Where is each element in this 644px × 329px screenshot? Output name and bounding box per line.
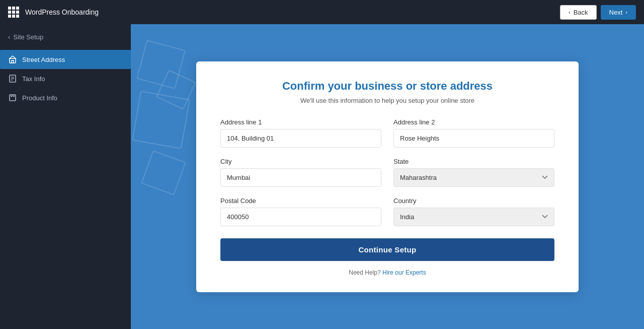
state-select[interactable]: Maharashtra Delhi Gujarat Karnataka <box>393 168 554 187</box>
chevron-left-icon: ‹ <box>569 9 571 15</box>
country-select[interactable]: India United States United Kingdom Austr… <box>393 208 554 226</box>
topbar-nav: ‹ Back Next › <box>560 5 636 20</box>
form-subtitle: We'll use this information to help you s… <box>220 97 554 104</box>
next-button[interactable]: Next › <box>601 5 636 20</box>
address2-label: Address line 2 <box>393 118 554 126</box>
sidebar-item-product-info[interactable]: Product Info <box>0 88 131 107</box>
state-label: State <box>393 158 554 165</box>
postal-label: Postal Code <box>220 197 381 205</box>
postal-group: Postal Code <box>220 197 381 226</box>
postal-input[interactable] <box>220 208 381 226</box>
country-label: Country <box>393 197 554 205</box>
sidebar-back-link[interactable]: ‹ Site Setup <box>0 28 131 46</box>
form-card: Confirm your business or store address W… <box>196 61 579 292</box>
country-group: Country India United States United Kingd… <box>393 197 554 226</box>
address1-input[interactable] <box>220 129 381 148</box>
app-title: WordPress Onboarding <box>25 8 99 16</box>
back-button[interactable]: ‹ Back <box>560 5 597 20</box>
grid-icon[interactable] <box>8 7 19 18</box>
help-text-label: Need Help? <box>349 269 380 276</box>
product-info-icon <box>8 93 17 102</box>
tax-info-icon <box>8 74 17 83</box>
chevron-right-icon: › <box>625 9 627 15</box>
continue-setup-button[interactable]: Continue Setup <box>220 238 554 261</box>
sidebar-item-street-address[interactable]: Street Address <box>0 50 131 69</box>
sidebar-item-tax-info[interactable]: Tax Info <box>0 69 131 88</box>
chevron-left-icon: ‹ <box>8 33 10 41</box>
city-input[interactable] <box>220 168 381 187</box>
city-label: City <box>220 158 381 165</box>
address1-label: Address line 1 <box>220 118 381 126</box>
form-title: Confirm your business or store address <box>220 80 554 93</box>
state-group: State Maharashtra Delhi Gujarat Karnatak… <box>393 158 554 187</box>
address2-input[interactable] <box>393 129 554 148</box>
hire-experts-link[interactable]: Hire our Experts <box>382 269 426 276</box>
topbar-left: WordPress Onboarding <box>8 7 99 18</box>
street-address-icon <box>8 55 17 64</box>
topbar: WordPress Onboarding ‹ Back Next › <box>0 0 644 24</box>
sidebar-items: Street Address Tax Info <box>0 50 131 107</box>
address2-group: Address line 2 <box>393 118 554 148</box>
help-section: Need Help? Hire our Experts <box>220 269 554 276</box>
form-grid: Address line 1 Address line 2 City State <box>220 118 554 226</box>
main-layout: ‹ Site Setup Street Address <box>0 24 644 329</box>
sidebar: ‹ Site Setup Street Address <box>0 24 131 329</box>
city-group: City <box>220 158 381 187</box>
address1-group: Address line 1 <box>220 118 381 148</box>
content-area: Confirm your business or store address W… <box>131 24 644 329</box>
